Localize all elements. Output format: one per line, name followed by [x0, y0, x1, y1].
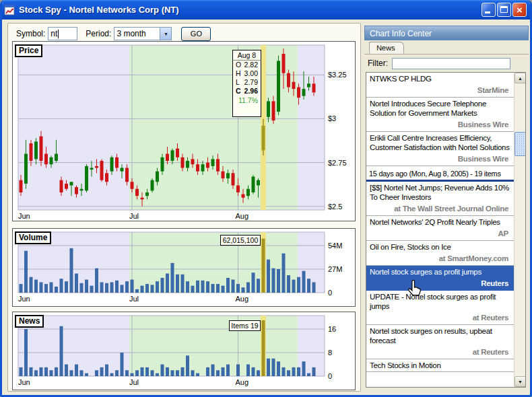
- svg-text:Aug: Aug: [236, 212, 249, 220]
- chevron-down-icon[interactable]: ▼: [160, 28, 171, 40]
- news-list: NTWKS CP HLDGStarMineNortel Introduces S…: [366, 72, 526, 388]
- svg-text:54M: 54M: [328, 242, 342, 250]
- news-item-headline: Nortel stock surges on results, upbeat f…: [370, 326, 510, 345]
- svg-text:0: 0: [328, 372, 332, 380]
- news-item-headline: Erikli Call Centre Increases Efficiency,…: [370, 133, 510, 152]
- svg-text:$3.25: $3.25: [328, 71, 347, 79]
- news-item[interactable]: Tech Stocks in Motion: [366, 359, 514, 372]
- svg-text:8: 8: [328, 349, 332, 357]
- news-item-headline: NTWKS CP HLDG: [370, 74, 510, 83]
- volume-chart-label: Volume: [15, 231, 51, 244]
- news-item-source: Reuters: [370, 277, 510, 289]
- news-item[interactable]: UPDATE - Nortel stock surges as profit j…: [366, 291, 514, 325]
- news-item-headline: Nortel Networks' 2Q Profit Nearly Triple…: [370, 217, 510, 227]
- app-icon: [4, 5, 15, 15]
- maximize-button[interactable]: [497, 3, 511, 17]
- news-item[interactable]: Nortel Introduces Secure Telephone Solut…: [366, 98, 514, 132]
- filter-input[interactable]: [392, 58, 510, 69]
- minimize-button[interactable]: [481, 3, 496, 17]
- news-tooltip: Items 19: [229, 320, 261, 331]
- text-caret: [58, 30, 59, 38]
- svg-text:Jul: Jul: [129, 295, 139, 303]
- news-item-source: at Reuters: [370, 311, 510, 323]
- period-label: Period:: [86, 29, 111, 38]
- svg-text:Aug: Aug: [236, 295, 249, 303]
- info-panel-header: Chart Info Center: [364, 26, 529, 40]
- tab-row: News: [364, 42, 529, 55]
- period-select[interactable]: 3 month ▼: [114, 27, 172, 40]
- news-item-headline: Oil on Fire, Stocks on Ice: [370, 242, 510, 252]
- news-item-headline: Nortel Introduces Secure Telephone Solut…: [370, 99, 510, 118]
- news-item-headline: UPDATE - Nortel stock surges as profit j…: [370, 292, 510, 311]
- volume-panel: Volume 62,015,100 54M27M0JunJulAug: [12, 228, 356, 307]
- hand-cursor-icon: [405, 279, 422, 299]
- price-chart-label: Price: [15, 44, 42, 57]
- go-button[interactable]: GO: [181, 27, 211, 41]
- svg-text:Jun: Jun: [18, 295, 30, 303]
- price-chart[interactable]: $3.25$3$2.75$2.5JunJulAug: [13, 42, 355, 221]
- symbol-input[interactable]: nt: [48, 27, 77, 40]
- news-item-source: Business Wire: [370, 118, 510, 130]
- news-item[interactable]: NTWKS CP HLDGStarMine: [366, 73, 514, 98]
- app-window: Stock Spy - Nortel Networks Corp (NT) × …: [0, 0, 532, 397]
- volume-tooltip: 62,015,100: [220, 235, 261, 246]
- news-chart[interactable]: 1680JunJulAug: [13, 312, 355, 390]
- news-item-source: at SmartMoney.com: [370, 252, 510, 264]
- svg-text:Aug: Aug: [236, 378, 249, 386]
- svg-text:16: 16: [328, 325, 336, 333]
- svg-text:$3: $3: [328, 114, 336, 122]
- price-tooltip: Aug 8 O2.82 H3.00 L2.79 C2.96 11.7%: [232, 50, 261, 117]
- tab-news[interactable]: News: [369, 42, 404, 54]
- news-item-source: at Reuters: [370, 345, 510, 357]
- news-item[interactable]: Erikli Call Centre Increases Efficiency,…: [366, 132, 514, 166]
- close-button[interactable]: ×: [512, 3, 527, 17]
- news-item-source: at The Wall Street Journal Online: [370, 202, 510, 214]
- news-item-headline: [$$] Nortel Net Jumps; Revenue Adds 10% …: [370, 183, 510, 202]
- news-item-source: Business Wire: [370, 152, 510, 164]
- news-item[interactable]: Nortel stock surges as profit jumpsReute…: [366, 266, 514, 291]
- chart-area: Symbol: nt Period: 3 month ▼ GO Price Au…: [7, 23, 361, 392]
- news-item-headline: Tech Stocks in Motion: [370, 361, 510, 370]
- svg-text:27M: 27M: [328, 265, 342, 273]
- news-item[interactable]: [$$] Nortel Net Jumps; Revenue Adds 10% …: [366, 182, 514, 216]
- svg-text:Jun: Jun: [18, 212, 30, 220]
- news-chart-label: News: [15, 315, 44, 328]
- news-chart-panel: News Items 19 1680JunJulAug: [12, 312, 356, 390]
- svg-text:0: 0: [328, 289, 332, 297]
- news-item[interactable]: Oil on Fire, Stocks on Iceat SmartMoney.…: [366, 241, 514, 266]
- scroll-down-button[interactable]: ▼: [514, 376, 526, 387]
- svg-text:$2.5: $2.5: [328, 203, 342, 211]
- news-scrollbar[interactable]: ▲ ▼: [514, 73, 525, 387]
- filter-label: Filter:: [368, 59, 388, 68]
- price-panel: Price Aug 8 O2.82 H3.00 L2.79 C2.96 11.7…: [12, 41, 356, 221]
- news-separator: 15 days ago (Mon, Aug 8, 2005) - 19 item…: [366, 166, 514, 182]
- svg-text:Jul: Jul: [129, 378, 139, 386]
- news-list-items: NTWKS CP HLDGStarMineNortel Introduces S…: [366, 73, 514, 372]
- symbol-label: Symbol:: [16, 29, 45, 38]
- news-item[interactable]: Nortel Networks' 2Q Profit Nearly Triple…: [366, 216, 514, 241]
- svg-text:Jul: Jul: [129, 212, 139, 220]
- info-panel: Chart Info Center News Filter: NTWKS CP …: [364, 23, 529, 392]
- news-item-source: StarMine: [370, 83, 510, 96]
- news-item-source: AP: [370, 227, 510, 239]
- news-item[interactable]: Nortel stock surges on results, upbeat f…: [366, 325, 514, 359]
- scroll-thumb[interactable]: [514, 132, 526, 156]
- window-title: Stock Spy - Nortel Networks Corp (NT): [19, 5, 481, 15]
- news-item-headline: Nortel stock surges as profit jumps: [370, 267, 510, 277]
- svg-text:Jun: Jun: [18, 378, 30, 386]
- filter-row: Filter:: [364, 57, 529, 70]
- volume-chart[interactable]: 54M27M0JunJulAug: [13, 229, 355, 306]
- scroll-up-button[interactable]: ▲: [514, 73, 526, 83]
- titlebar[interactable]: Stock Spy - Nortel Networks Corp (NT) ×: [0, 0, 532, 20]
- svg-text:$2.75: $2.75: [328, 159, 347, 167]
